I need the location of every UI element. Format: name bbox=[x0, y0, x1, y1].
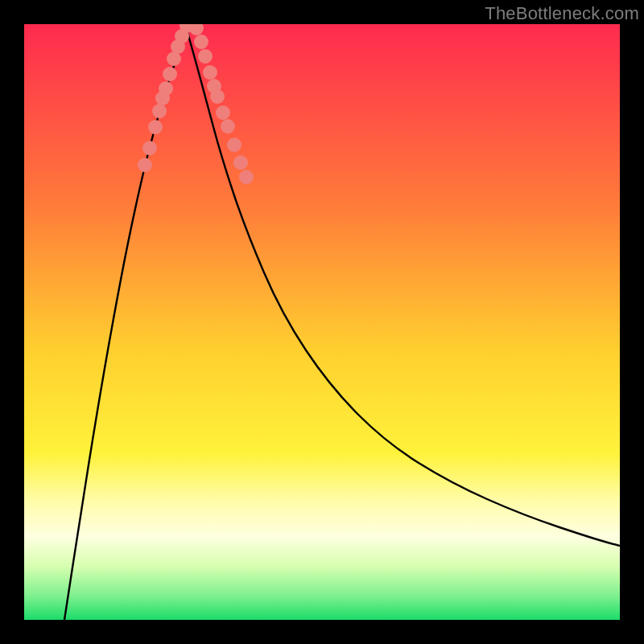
data-marker bbox=[152, 104, 167, 118]
data-marker bbox=[194, 35, 208, 49]
curve-left-branch bbox=[64, 24, 185, 620]
data-marker bbox=[216, 105, 230, 120]
data-marker bbox=[203, 65, 217, 80]
data-marker bbox=[189, 24, 204, 35]
data-marker bbox=[148, 120, 163, 134]
watermark-text: TheBottleneck.com bbox=[485, 3, 639, 24]
data-marker bbox=[142, 141, 157, 155]
plot-area bbox=[24, 24, 620, 620]
marker-group bbox=[138, 24, 254, 184]
data-marker bbox=[210, 89, 225, 104]
data-marker bbox=[221, 119, 235, 134]
curve-right-branch bbox=[185, 24, 620, 546]
data-marker bbox=[227, 138, 242, 152]
data-marker bbox=[159, 81, 173, 96]
figure-frame: TheBottleneck.com bbox=[0, 0, 644, 644]
data-marker bbox=[233, 155, 248, 170]
data-marker bbox=[163, 67, 177, 81]
data-marker bbox=[138, 158, 152, 172]
data-marker bbox=[239, 170, 254, 184]
curves-layer bbox=[24, 24, 620, 620]
data-marker bbox=[198, 49, 213, 64]
